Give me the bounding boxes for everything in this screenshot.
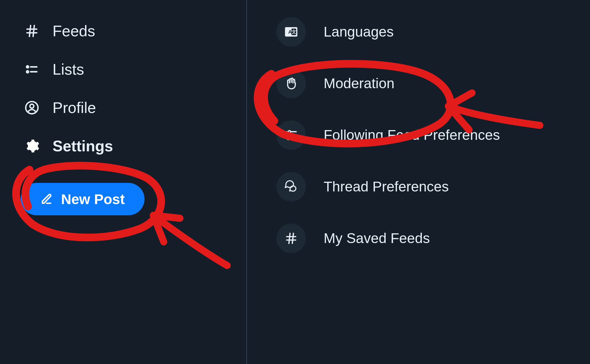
- sidebar-item-label: Settings: [53, 137, 113, 155]
- settings-item-label: My Saved Feeds: [324, 230, 430, 246]
- sidebar-item-profile[interactable]: Profile: [18, 88, 246, 127]
- svg-line-22: [289, 233, 290, 243]
- list-icon: [24, 61, 40, 78]
- svg-point-17: [292, 134, 294, 136]
- language-icon: A 文: [276, 17, 306, 47]
- settings-item-thread-preferences[interactable]: Thread Preferences: [265, 161, 590, 212]
- gear-icon: [24, 138, 40, 154]
- compose-icon: [40, 193, 53, 205]
- new-post-label: New Post: [61, 191, 125, 207]
- hash-icon: [276, 224, 306, 253]
- sidebar-item-label: Feeds: [53, 22, 95, 40]
- svg-line-2: [30, 25, 31, 37]
- settings-item-label: Following Feed Preferences: [324, 127, 500, 143]
- sidebar-item-label: Lists: [53, 60, 84, 78]
- settings-item-my-saved-feeds[interactable]: My Saved Feeds: [265, 212, 590, 264]
- settings-item-following-feed-preferences[interactable]: Following Feed Preferences: [265, 109, 590, 161]
- svg-point-15: [288, 130, 291, 133]
- svg-text:文: 文: [291, 29, 296, 34]
- sliders-icon: [276, 120, 306, 150]
- settings-item-label: Languages: [324, 24, 394, 40]
- hand-icon: [276, 69, 306, 98]
- sidebar-item-lists[interactable]: Lists: [18, 50, 246, 88]
- svg-line-23: [292, 233, 294, 243]
- settings-item-languages[interactable]: A 文 Languages: [265, 6, 590, 58]
- new-post-button[interactable]: New Post: [21, 183, 145, 215]
- settings-item-label: Thread Preferences: [324, 178, 449, 195]
- sidebar-item-settings[interactable]: Settings: [18, 127, 246, 165]
- settings-item-label: Moderation: [324, 75, 394, 91]
- sidebar-nav: Feeds Lists Profile: [0, 0, 246, 364]
- svg-point-5: [27, 71, 29, 73]
- hash-icon: [24, 23, 40, 39]
- sidebar-item-feeds[interactable]: Feeds: [18, 12, 246, 50]
- svg-point-9: [30, 104, 34, 108]
- svg-line-3: [33, 25, 34, 37]
- settings-panel: A 文 Languages Moderation: [247, 0, 590, 364]
- settings-item-moderation[interactable]: Moderation: [265, 58, 590, 109]
- chat-icon: [276, 172, 306, 201]
- sidebar-item-label: Profile: [53, 99, 96, 117]
- svg-text:A: A: [288, 29, 292, 35]
- profile-icon: [24, 99, 40, 116]
- svg-point-19: [287, 137, 290, 140]
- svg-point-4: [27, 66, 29, 68]
